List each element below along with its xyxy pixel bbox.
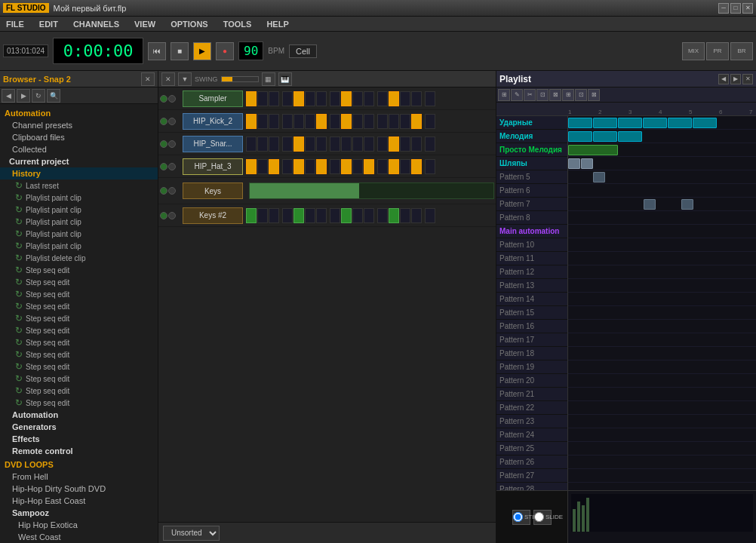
step-k-7[interactable] bbox=[316, 114, 327, 129]
track-name-p14[interactable]: Pattern 14 bbox=[496, 293, 567, 306]
track-name-prosto[interactable]: Просто Мелодия bbox=[496, 143, 567, 157]
grid-row-21[interactable] bbox=[568, 401, 756, 415]
step-k2-4[interactable] bbox=[282, 208, 293, 223]
step-k-8[interactable] bbox=[330, 114, 340, 129]
track-grid[interactable] bbox=[568, 116, 756, 490]
track-name-p8[interactable]: Pattern 8 bbox=[496, 211, 567, 225]
step-k2-15[interactable] bbox=[411, 208, 422, 223]
track-name-p5[interactable]: Pattern 5 bbox=[496, 170, 567, 184]
step-k-13[interactable] bbox=[389, 114, 399, 129]
step-s-16[interactable] bbox=[425, 91, 435, 106]
track-name-p11[interactable]: Pattern 11 bbox=[496, 252, 567, 265]
step-sn-7[interactable] bbox=[316, 137, 327, 152]
grid-row-19[interactable] bbox=[568, 374, 756, 388]
menu-channels[interactable]: CHANNELS bbox=[70, 20, 122, 29]
close-button[interactable]: ✕ bbox=[742, 3, 753, 14]
pl-tb-3[interactable]: ✂ bbox=[524, 89, 536, 101]
browser-from-hell[interactable]: From Hell bbox=[0, 471, 158, 483]
row-mute-sampler[interactable] bbox=[160, 95, 167, 103]
grid-row-22[interactable] bbox=[568, 415, 756, 428]
block-0-6[interactable] bbox=[693, 118, 717, 128]
step-sn-8[interactable] bbox=[330, 137, 340, 152]
step-sn-11[interactable] bbox=[364, 137, 374, 152]
grid-row-13[interactable] bbox=[568, 293, 756, 306]
browser-hip-hop-exotica[interactable]: Hip Hop Exotica bbox=[0, 519, 158, 531]
browser-button[interactable]: BR bbox=[730, 42, 753, 60]
grid-row-11[interactable] bbox=[568, 265, 756, 279]
block-0-2[interactable] bbox=[593, 118, 617, 128]
step-k2-7[interactable] bbox=[316, 208, 327, 223]
block-6-2[interactable] bbox=[681, 199, 693, 210]
track-name-p16[interactable]: Pattern 16 bbox=[496, 320, 567, 333]
step-h-8[interactable] bbox=[330, 159, 340, 174]
step-k2-11[interactable] bbox=[364, 208, 374, 223]
browser-dvd-loops[interactable]: DVD LOOPS bbox=[0, 459, 158, 471]
step-k-5[interactable] bbox=[293, 114, 304, 129]
step-k-16[interactable] bbox=[425, 114, 435, 129]
step-k2-3[interactable] bbox=[269, 208, 279, 223]
row-solo-sampler[interactable] bbox=[168, 95, 176, 103]
step-h-11[interactable] bbox=[364, 159, 374, 174]
step-k2-10[interactable] bbox=[352, 208, 363, 223]
pl-tb-7[interactable]: ⊡ bbox=[575, 89, 587, 101]
grid-row-18[interactable] bbox=[568, 360, 756, 374]
track-name-p12[interactable]: Pattern 12 bbox=[496, 265, 567, 279]
row-name-sampler[interactable]: Sampler bbox=[183, 90, 243, 107]
browser-effects[interactable]: Effects bbox=[0, 433, 158, 445]
block-1-1[interactable] bbox=[568, 131, 592, 142]
seq-options-btn[interactable]: ▼ bbox=[178, 72, 192, 86]
step-k2-13[interactable] bbox=[389, 208, 399, 223]
playlist-next[interactable]: ▶ bbox=[730, 74, 741, 84]
step-h-5[interactable] bbox=[293, 159, 304, 174]
minimize-button[interactable]: ─ bbox=[718, 3, 729, 14]
menu-help[interactable]: HELP bbox=[263, 20, 291, 29]
row-name-hat[interactable]: HIP_Hat_3 bbox=[183, 158, 243, 175]
row-solo-keys[interactable] bbox=[168, 187, 176, 195]
step-sn-3[interactable] bbox=[269, 137, 279, 152]
step-sn-9[interactable] bbox=[341, 137, 352, 152]
step-h-3[interactable] bbox=[269, 159, 279, 174]
step-s-12[interactable] bbox=[377, 91, 388, 106]
step-k2-5[interactable] bbox=[293, 208, 304, 223]
step-sn-14[interactable] bbox=[400, 137, 410, 152]
step-sn-6[interactable] bbox=[305, 137, 315, 152]
prev-button[interactable]: ⏮ bbox=[148, 42, 166, 60]
grid-row-15[interactable] bbox=[568, 320, 756, 333]
step-h-16[interactable] bbox=[425, 159, 435, 174]
step-sn-10[interactable] bbox=[352, 137, 363, 152]
history-step-1[interactable]: ↻ Step seq edit bbox=[0, 264, 158, 276]
grid-row-9[interactable] bbox=[568, 238, 756, 252]
history-step-7[interactable]: ↻ Step seq edit bbox=[0, 336, 158, 348]
step-h-15[interactable] bbox=[411, 159, 422, 174]
history-step-2[interactable]: ↻ Step seq edit bbox=[0, 276, 158, 288]
track-name-p23[interactable]: Pattern 23 bbox=[496, 415, 567, 428]
stop-button[interactable]: ■ bbox=[171, 42, 189, 60]
step-sn-5[interactable] bbox=[293, 137, 304, 152]
pl-tb-8[interactable]: ⊠ bbox=[588, 89, 600, 101]
step-k2-9[interactable] bbox=[341, 208, 352, 223]
step-s-3[interactable] bbox=[269, 91, 279, 106]
browser-hip-hop-east[interactable]: Hip-Hop East Coast bbox=[0, 495, 158, 507]
step-s-8[interactable] bbox=[330, 91, 340, 106]
browser-channel-presets[interactable]: Channel presets bbox=[0, 119, 158, 131]
history-playlist-5[interactable]: ↻ Playlist paint clip bbox=[0, 240, 158, 252]
browser-current-project[interactable]: Current project bbox=[0, 155, 158, 167]
step-s-2[interactable] bbox=[257, 91, 268, 106]
browser-history[interactable]: History bbox=[0, 167, 158, 179]
track-name-p22[interactable]: Pattern 22 bbox=[496, 401, 567, 415]
block-0-3[interactable] bbox=[618, 118, 642, 128]
slide-radio[interactable] bbox=[534, 512, 544, 522]
piano-roll-button[interactable]: PR bbox=[706, 42, 729, 60]
track-name-p10[interactable]: Pattern 10 bbox=[496, 238, 567, 252]
row-mute-keys[interactable] bbox=[160, 187, 167, 195]
browser-clipboard-files[interactable]: Clipboard files bbox=[0, 131, 158, 143]
track-name-shlyapy[interactable]: Шляпы bbox=[496, 157, 567, 170]
history-step-6[interactable]: ↻ Step seq edit bbox=[0, 324, 158, 336]
row-name-keys[interactable]: Keys bbox=[183, 183, 243, 199]
step-sn-16[interactable] bbox=[425, 137, 435, 152]
browser-close-button[interactable]: ✕ bbox=[141, 72, 155, 86]
track-name-p13[interactable]: Pattern 13 bbox=[496, 279, 567, 293]
step-s-14[interactable] bbox=[400, 91, 410, 106]
step-h-4[interactable] bbox=[282, 159, 293, 174]
grid-row-14[interactable] bbox=[568, 306, 756, 320]
